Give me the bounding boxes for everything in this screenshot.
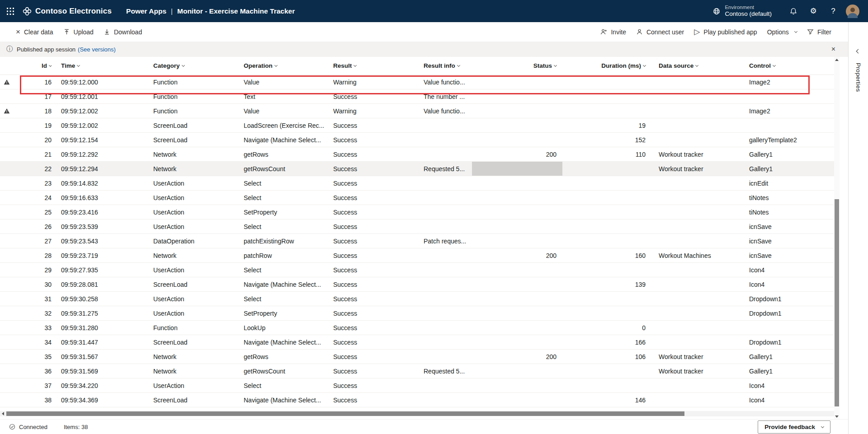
notifications-button[interactable] [783,0,803,22]
contoso-logo-icon [23,7,32,16]
cell-time: 09:59:30.258 [52,292,153,306]
cell-operation: Select [244,263,333,277]
waffle-grid-icon [7,8,14,15]
expand-properties-button[interactable] [853,46,864,56]
help-button[interactable]: ? [823,0,843,22]
options-button[interactable]: Options [762,24,802,40]
header-duration[interactable]: Duration (ms) [562,62,650,69]
brand[interactable]: Contoso Electronics [23,7,112,16]
table-row[interactable]: 28 09:59:23.719 Network patchRow Success… [0,248,834,263]
table-row[interactable]: 36 09:59:31.569 Network getRowsCount Suc… [0,364,834,378]
play-published-app-label: Play published app [703,28,757,36]
upload-button[interactable]: Upload [58,24,99,40]
invite-button[interactable]: Invite [595,24,631,40]
table-row[interactable]: 25 09:59:23.416 UserAction SetProperty S… [0,205,834,219]
table-row[interactable]: 18 09:59:12.002 Function Value Warning V… [0,104,834,118]
header-time[interactable]: Time [52,62,153,69]
cell-warning [0,335,14,349]
cell-time: 09:59:16.633 [52,191,153,205]
table-row[interactable]: 32 09:59:31.275 UserAction SetProperty S… [0,306,834,321]
cell-duration [562,162,650,176]
table-body: 16 09:59:12.000 Function Value Warning V… [0,75,848,409]
header-result-info[interactable]: Result info [424,62,472,69]
table-row[interactable]: 24 09:59:16.633 UserAction Select Succes… [0,191,834,205]
scroll-left-icon[interactable] [0,411,5,416]
table-row[interactable]: 35 09:59:31.567 Network getRows Success … [0,350,834,364]
cell-operation: Navigate (Machine Select... [244,277,333,291]
table-row[interactable]: 23 09:59:14.832 UserAction Select Succes… [0,176,834,191]
cell-result-info [424,335,472,349]
cell-id: 26 [14,219,52,233]
see-versions-link[interactable]: (See versions) [78,46,116,53]
connected-check-icon [9,424,15,430]
table-row[interactable]: 22 09:59:12.294 Network getRowsCount Suc… [0,162,834,176]
cell-warning [0,147,14,161]
connect-user-button[interactable]: Connect user [631,24,689,40]
header-status[interactable]: Status [472,62,562,69]
connection-status: Connected [9,424,47,430]
table-row[interactable]: 31 09:59:30.258 UserAction Select Succes… [0,292,834,306]
download-icon [104,28,110,35]
sort-chevron-icon [457,64,460,67]
header-control[interactable]: Control [741,62,834,69]
table-row[interactable]: 38 09:59:34.369 ScreenLoad Navigate (Mac… [0,393,834,407]
horizontal-scrollbar[interactable] [0,411,840,416]
scroll-down-icon[interactable] [834,414,840,419]
cell-duration: 19 [562,118,650,132]
table-row[interactable]: 30 09:59:28.081 ScreenLoad Navigate (Mac… [0,277,834,292]
header-category[interactable]: Category [153,62,244,69]
provide-feedback-button[interactable]: Provide feedback [758,420,830,434]
cell-operation: SetProperty [244,205,333,219]
waffle-menu-icon[interactable] [0,0,21,22]
table-row[interactable]: 27 09:59:23.543 DataOperation patchExist… [0,234,834,248]
invite-label: Invite [611,28,626,36]
app-root: Contoso Electronics Power Apps | Monitor… [0,0,868,434]
cell-operation: Navigate (Machine Select... [244,335,333,349]
sort-chevron-icon [77,64,80,67]
cell-id: 23 [14,176,52,190]
play-published-app-button[interactable]: ▷ Play published app [689,24,762,40]
environment-picker[interactable]: Environment Contoso (default) [712,4,772,18]
cell-status [472,277,562,291]
table-row[interactable]: 17 09:59:12.001 Function Text Success Th… [0,89,834,104]
cell-warning [0,277,14,291]
cell-data-source [650,133,741,147]
filter-button[interactable]: Filter [802,24,836,40]
table-row[interactable]: 34 09:59:31.447 ScreenLoad Navigate (Mac… [0,335,834,350]
table-row[interactable]: 16 09:59:12.000 Function Value Warning V… [0,75,834,89]
items-count: Items: 38 [64,424,88,430]
table-row[interactable]: 37 09:59:34.220 UserAction Select Succes… [0,378,834,393]
cell-warning [0,321,14,335]
cell-status [472,306,562,320]
header-data-source[interactable]: Data source [650,62,741,69]
sort-chevron-icon [695,64,698,67]
cell-result-info [424,321,472,335]
header-id[interactable]: Id [14,62,52,69]
table-row[interactable]: 19 09:59:12.002 ScreenLoad LoadScreen (E… [0,118,834,133]
table-row[interactable]: 20 09:59:12.154 ScreenLoad Navigate (Mac… [0,133,834,147]
horizontal-scrollbar-band [0,409,848,419]
table-row[interactable]: 29 09:59:27.935 UserAction Select Succes… [0,263,834,277]
vertical-scrollbar[interactable] [834,57,840,419]
settings-button[interactable]: ⚙ [803,0,823,22]
table-row[interactable]: 26 09:59:23.539 UserAction Select Succes… [0,219,834,234]
header-result[interactable]: Result [333,62,424,69]
cell-control: Image2 [741,104,834,118]
scroll-up-icon[interactable] [834,57,840,62]
cell-control: icnSave [741,248,834,262]
cell-data-source [650,104,741,118]
content-area: × Clear data Upload Download [0,22,848,434]
table-row[interactable]: 33 09:59:31.280 Function LookUp Success … [0,321,834,335]
account-button[interactable] [843,0,862,22]
horizontal-scrollbar-thumb[interactable] [6,411,684,416]
header-operation[interactable]: Operation [244,62,333,69]
vertical-scrollbar-thumb[interactable] [835,199,839,406]
info-close-icon[interactable]: × [829,44,838,54]
clear-data-button[interactable]: × Clear data [11,24,58,40]
invite-person-icon [600,28,607,35]
product-name-link[interactable]: Power Apps [126,7,166,15]
table-row[interactable]: 21 09:59:12.292 Network getRows Success … [0,147,834,162]
cell-warning [0,219,14,233]
cell-duration [562,263,650,277]
download-button[interactable]: Download [99,24,147,40]
